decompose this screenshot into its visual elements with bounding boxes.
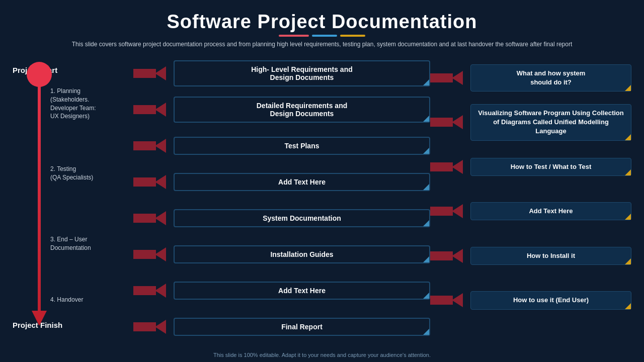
row-3: Test Plans xyxy=(133,129,430,163)
right-box-5-text: How to Install it xyxy=(527,251,575,260)
row-2: Detailed Requirements andDesign Document… xyxy=(133,93,430,127)
footer: This slide is 100% editable. Adapt it to… xyxy=(0,352,644,358)
right-box-6-text: How to use it (End User) xyxy=(513,296,589,305)
row-6: Installation Guides xyxy=(133,237,430,271)
center-box-5-text: System Documentation xyxy=(263,214,341,222)
underline-red xyxy=(279,35,309,37)
row-7: Add Text Here xyxy=(133,274,430,307)
center-box-2-text: Detailed Requirements andDesign Document… xyxy=(257,102,348,118)
timeline-label-4: 4. Handover xyxy=(50,296,83,304)
right-section: What and how systemshould do it? Visuali… xyxy=(430,57,631,343)
right-box-6: How to use it (End User) xyxy=(470,291,631,309)
arrow-body-3 xyxy=(133,139,166,153)
center-box-4-text: Add Text Here xyxy=(278,178,326,186)
header-subtitle: This slide covers software project docum… xyxy=(30,40,614,49)
right-row-6: How to use it (End User) xyxy=(430,280,631,322)
right-row-4: Add Text Here xyxy=(430,191,631,233)
center-box-7-text: Add Text Here xyxy=(278,287,326,295)
right-arrow-5 xyxy=(430,249,470,263)
arrow-8 xyxy=(133,320,174,334)
right-spacer xyxy=(430,324,631,343)
arrow-body-7 xyxy=(133,284,166,298)
arrow-2 xyxy=(133,103,174,117)
right-box-2: Visualizing Software Program Using Colle… xyxy=(470,104,631,141)
header: Software Project Documentation This slid… xyxy=(0,0,644,53)
page-title: Software Project Documentation xyxy=(30,11,614,33)
underline-gold xyxy=(340,35,365,37)
timeline-line xyxy=(38,72,41,313)
row-4: Add Text Here xyxy=(133,165,430,199)
arrow-body-8 xyxy=(133,320,166,334)
right-arrow-body-5 xyxy=(430,249,463,263)
right-arrow-4 xyxy=(430,204,470,218)
center-box-3: Test Plans xyxy=(174,137,430,155)
right-box-3-text: How to Test / What to Test xyxy=(511,162,592,171)
row-8: Final Report xyxy=(133,310,430,343)
arrow-body-2 xyxy=(133,103,166,117)
arrow-body-6 xyxy=(133,247,166,261)
slide: Software Project Documentation This slid… xyxy=(0,0,644,362)
right-box-3: How to Test / What to Test xyxy=(470,158,631,176)
right-box-4: Add Text Here xyxy=(470,202,631,220)
timeline-start-circle xyxy=(27,62,52,87)
right-arrow-3 xyxy=(430,160,470,174)
right-arrow-body-6 xyxy=(430,293,463,307)
header-underline xyxy=(30,35,614,37)
center-box-6: Installation Guides xyxy=(174,245,430,263)
center-box-3-text: Test Plans xyxy=(285,142,319,150)
arrow-body-5 xyxy=(133,211,166,225)
right-row-3: How to Test / What to Test xyxy=(430,146,631,188)
arrow-6 xyxy=(133,247,174,261)
right-arrow-body-3 xyxy=(430,160,463,174)
center-section: High- Level Requirements andDesign Docum… xyxy=(133,57,430,343)
center-box-8-text: Final Report xyxy=(281,323,323,331)
center-box-1-text: High- Level Requirements andDesign Docum… xyxy=(251,65,352,81)
right-arrow-2 xyxy=(430,115,470,129)
timeline-label-2: 2. Testing(QA Specialists) xyxy=(50,165,93,182)
center-box-8: Final Report xyxy=(174,318,430,336)
right-box-1: What and how systemshould do it? xyxy=(470,64,631,92)
right-row-5: How to Install it xyxy=(430,235,631,277)
right-arrow-body-4 xyxy=(430,204,463,218)
timeline-section: Project Start Project Finish 1. Planning… xyxy=(13,57,128,343)
timeline-label-3: 3. End – UserDocumentation xyxy=(50,235,91,252)
right-box-1-text: What and how systemshould do it? xyxy=(517,69,586,87)
right-box-2-text: Visualizing Software Program Using Colle… xyxy=(477,109,625,136)
right-box-4-text: Add Text Here xyxy=(529,207,573,216)
center-box-2: Detailed Requirements andDesign Document… xyxy=(174,97,430,123)
row-5: System Documentation xyxy=(133,202,430,235)
right-arrow-body-2 xyxy=(430,115,463,129)
arrow-5 xyxy=(133,211,174,225)
center-box-7: Add Text Here xyxy=(174,282,430,300)
center-box-1: High- Level Requirements andDesign Docum… xyxy=(174,60,430,86)
right-arrow-body-1 xyxy=(430,71,463,85)
arrow-body-4 xyxy=(133,175,166,189)
timeline-end-arrow xyxy=(32,311,47,326)
arrow-7 xyxy=(133,284,174,298)
arrow-1 xyxy=(133,66,174,80)
center-box-5: System Documentation xyxy=(174,209,430,227)
row-1: High- Level Requirements andDesign Docum… xyxy=(133,57,430,90)
arrow-body-1 xyxy=(133,66,166,80)
right-arrow-1 xyxy=(430,71,470,85)
underline-blue xyxy=(312,35,337,37)
timeline-label-1: 1. Planning(Stakeholders.Developer Team:… xyxy=(50,87,96,121)
right-row-2: Visualizing Software Program Using Colle… xyxy=(430,102,631,144)
right-row-1: What and how systemshould do it? xyxy=(430,57,631,99)
arrow-4 xyxy=(133,175,174,189)
right-arrow-6 xyxy=(430,293,470,307)
arrow-3 xyxy=(133,139,174,153)
right-box-5: How to Install it xyxy=(470,247,631,265)
center-box-4: Add Text Here xyxy=(174,173,430,191)
center-box-6-text: Installation Guides xyxy=(270,250,333,258)
